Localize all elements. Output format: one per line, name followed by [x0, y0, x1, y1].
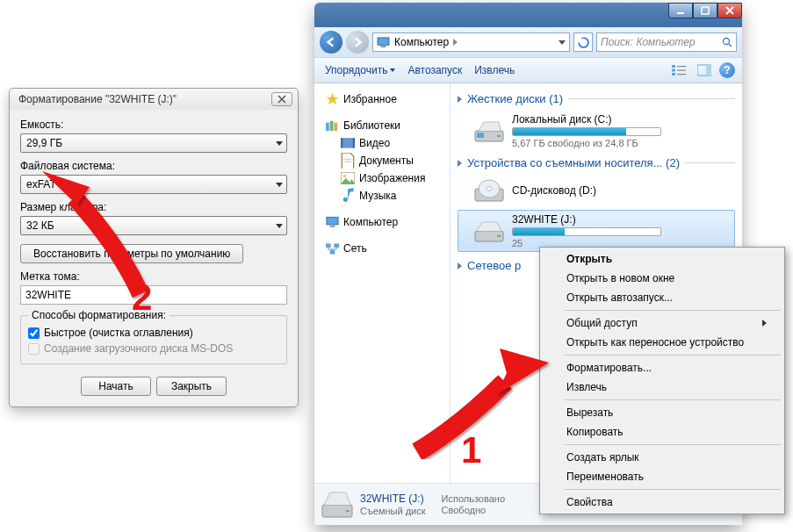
- quick-format-checkbox[interactable]: [28, 327, 40, 339]
- maximize-button[interactable]: [693, 3, 717, 18]
- svg-rect-6: [672, 65, 675, 68]
- ctx-eject[interactable]: Извлечь: [542, 377, 782, 397]
- help-button[interactable]: ?: [719, 62, 735, 78]
- ctx-share[interactable]: Общий доступ: [542, 313, 782, 333]
- svg-rect-15: [329, 121, 333, 131]
- nav-favorites[interactable]: Избранное: [318, 90, 446, 108]
- organize-button[interactable]: Упорядочить: [321, 62, 399, 78]
- nav-pane: Избранное Библиотеки Видео Документы Изо…: [314, 83, 451, 483]
- close-icon: [278, 95, 286, 104]
- search-icon: [722, 37, 732, 47]
- drive-cd[interactable]: CD-дисковод (D:): [458, 174, 735, 207]
- format-dialog-titlebar: Форматирование "32WHITE (J:)": [10, 89, 298, 110]
- search-placeholder: Поиск: Компьютер: [601, 36, 696, 48]
- explorer-toolbar: Упорядочить Автозапуск Извлечь ?: [314, 57, 742, 83]
- breadcrumb-separator-icon[interactable]: [453, 39, 458, 46]
- monitor-icon: [377, 37, 390, 48]
- nav-computer[interactable]: Компьютер: [318, 213, 446, 231]
- svg-rect-24: [326, 217, 337, 224]
- msdos-boot-checkbox: [28, 343, 40, 355]
- svg-rect-36: [497, 235, 501, 237]
- svg-line-5: [729, 44, 732, 47]
- nav-music[interactable]: Музыка: [318, 187, 446, 205]
- context-menu: Открыть Открыть в новом окне Открыть авт…: [539, 247, 785, 514]
- window-close-button[interactable]: [717, 3, 742, 18]
- start-button[interactable]: Начать: [81, 377, 151, 396]
- filesystem-label: Файловая система:: [20, 160, 287, 172]
- restore-defaults-button[interactable]: Восстановить параметры по умолчанию: [20, 244, 243, 263]
- svg-point-34: [487, 187, 492, 191]
- breadcrumb[interactable]: Компьютер: [394, 36, 449, 48]
- hdd-icon: [474, 119, 504, 143]
- refresh-icon: [578, 37, 589, 48]
- collapse-icon[interactable]: [458, 160, 462, 167]
- drive-c-sub: 5,67 ГБ свободно из 24,8 ГБ: [512, 138, 732, 148]
- svg-rect-27: [334, 243, 339, 248]
- group-removable[interactable]: Устройства со съемными носителя... (2): [458, 155, 735, 171]
- svg-rect-7: [672, 69, 675, 72]
- ctx-open-new-window[interactable]: Открыть в новом окне: [542, 269, 782, 288]
- chevron-down-icon[interactable]: [559, 40, 566, 45]
- svg-rect-0: [677, 12, 684, 14]
- drive-c[interactable]: Локальный диск (C:) 5,67 ГБ свободно из …: [458, 110, 735, 152]
- svg-rect-10: [677, 70, 686, 71]
- arrow-left-icon: [325, 36, 337, 48]
- cluster-combo[interactable]: 32 КБ: [20, 216, 287, 235]
- nav-network[interactable]: Сеть: [318, 240, 446, 257]
- ctx-properties[interactable]: Свойства: [542, 492, 782, 512]
- nav-forward-button[interactable]: [346, 31, 369, 54]
- view-mode-button[interactable]: [670, 61, 689, 79]
- svg-rect-1: [702, 7, 709, 14]
- svg-rect-18: [341, 138, 342, 147]
- status-used-label: Использовано: [442, 493, 505, 504]
- nav-video[interactable]: Видео: [318, 134, 446, 152]
- ctx-open[interactable]: Открыть: [542, 249, 782, 269]
- capacity-combo[interactable]: 29,9 ГБ: [20, 133, 287, 153]
- ctx-shortcut[interactable]: Создать ярлык: [542, 448, 782, 467]
- quick-format-row[interactable]: Быстрое (очистка оглавления): [28, 327, 279, 339]
- arrow-right-icon: [351, 36, 364, 48]
- ctx-autorun[interactable]: Открыть автозапуск...: [542, 288, 782, 307]
- chevron-down-icon: [390, 68, 395, 72]
- close-button[interactable]: [271, 92, 292, 106]
- minimize-icon: [676, 6, 685, 15]
- ctx-format[interactable]: Форматировать...: [542, 358, 782, 377]
- collapse-icon[interactable]: [458, 96, 462, 103]
- nav-back-button[interactable]: [320, 31, 342, 54]
- drive-j[interactable]: 32WHITE (J:) 25: [458, 210, 735, 252]
- nav-documents[interactable]: Документы: [318, 152, 446, 169]
- address-bar[interactable]: Компьютер: [372, 32, 570, 52]
- svg-rect-3: [381, 46, 386, 47]
- capacity-value: 29,9 ГБ: [26, 137, 62, 149]
- filesystem-combo[interactable]: exFAT: [20, 175, 287, 194]
- monitor-icon: [326, 216, 339, 228]
- cluster-value: 32 КБ: [26, 219, 54, 232]
- status-name: 32WHITE (J:): [360, 492, 426, 505]
- volume-label-input[interactable]: [20, 285, 287, 305]
- cluster-label: Размер кластера:: [20, 201, 287, 213]
- close-dialog-button[interactable]: Закрыть: [156, 377, 227, 396]
- preview-pane-button[interactable]: [695, 61, 714, 79]
- refresh-button[interactable]: [573, 32, 593, 52]
- svg-point-23: [343, 175, 346, 177]
- autorun-button[interactable]: Автозапуск: [404, 62, 465, 78]
- search-input[interactable]: Поиск: Компьютер: [596, 32, 737, 52]
- group-hard-drives[interactable]: Жесткие диски (1): [458, 90, 735, 107]
- svg-rect-9: [677, 66, 686, 67]
- pane-icon: [697, 64, 711, 76]
- video-icon: [341, 137, 355, 149]
- document-icon: [341, 153, 355, 169]
- filesystem-value: exFAT: [26, 178, 56, 191]
- ctx-copy[interactable]: Копировать: [542, 422, 782, 442]
- nav-libraries[interactable]: Библиотеки: [318, 117, 446, 134]
- ctx-cut[interactable]: Вырезать: [542, 403, 782, 422]
- chevron-down-icon: [276, 183, 283, 187]
- format-dialog: Форматирование "32WHITE (J:)" Емкость: 2…: [9, 88, 299, 407]
- minimize-button[interactable]: [668, 3, 693, 18]
- ctx-portable[interactable]: Открыть как переносное устройство: [542, 333, 782, 352]
- ctx-rename[interactable]: Переименовать: [542, 467, 782, 486]
- eject-button[interactable]: Извлечь: [471, 62, 518, 78]
- svg-rect-26: [326, 243, 331, 248]
- collapse-icon[interactable]: [458, 262, 462, 270]
- nav-images[interactable]: Изображения: [318, 169, 446, 187]
